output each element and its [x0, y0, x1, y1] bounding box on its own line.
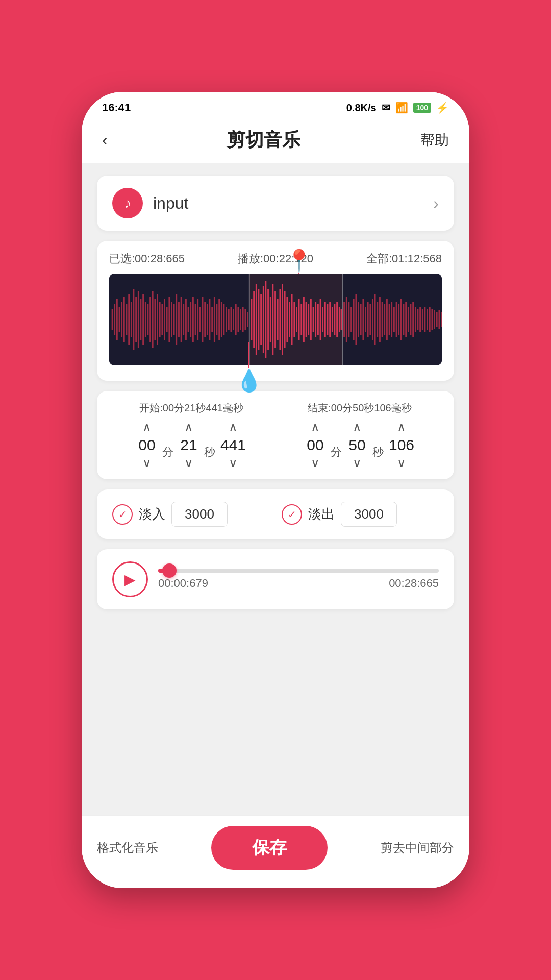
- svg-rect-38: [195, 304, 196, 335]
- svg-rect-93: [327, 304, 329, 335]
- svg-rect-12: [133, 289, 135, 350]
- svg-rect-71: [274, 291, 276, 348]
- waveform-svg: [109, 274, 442, 365]
- end-min-up[interactable]: ∧: [311, 421, 320, 433]
- fade-out-input[interactable]: [341, 502, 397, 527]
- svg-rect-89: [317, 304, 319, 335]
- end-min-down[interactable]: ∨: [311, 457, 320, 469]
- svg-rect-117: [384, 304, 385, 335]
- end-time-section: 结束:00分50秒106毫秒 ∧ 00 ∨ 分 ∧: [281, 401, 439, 469]
- save-button[interactable]: 保存: [211, 826, 328, 870]
- svg-rect-139: [436, 312, 438, 327]
- fade-in-check[interactable]: ✓: [112, 504, 133, 525]
- svg-rect-85: [308, 304, 309, 335]
- svg-rect-6: [119, 307, 120, 332]
- svg-rect-123: [398, 304, 399, 335]
- waveform-background: [109, 274, 442, 365]
- svg-rect-137: [432, 309, 433, 330]
- help-button[interactable]: 帮助: [420, 131, 449, 150]
- format-music-button[interactable]: 格式化音乐: [97, 840, 158, 856]
- svg-rect-69: [270, 297, 271, 342]
- svg-rect-23: [159, 302, 161, 337]
- svg-rect-111: [369, 304, 371, 335]
- svg-rect-99: [341, 309, 342, 330]
- svg-rect-68: [267, 289, 269, 350]
- start-ms-down[interactable]: ∨: [229, 457, 238, 469]
- player-card: ▶ 00:00:679 00:28:665: [97, 549, 454, 609]
- svg-rect-9: [126, 304, 128, 335]
- svg-rect-15: [140, 299, 142, 340]
- svg-rect-72: [277, 299, 279, 340]
- fade-in-input[interactable]: [171, 502, 228, 527]
- end-sec-up[interactable]: ∧: [353, 421, 362, 433]
- pin-bottom[interactable]: 💧: [236, 342, 262, 393]
- svg-rect-84: [306, 302, 307, 337]
- svg-rect-73: [279, 289, 281, 350]
- svg-rect-135: [427, 309, 428, 330]
- fade-out-check[interactable]: ✓: [282, 504, 302, 525]
- svg-rect-126: [405, 302, 407, 337]
- time-controls-card: 开始:00分21秒441毫秒 ∧ 00 ∨ 分 ∧: [97, 391, 454, 479]
- svg-rect-86: [310, 299, 312, 340]
- slider-thumb[interactable]: [162, 564, 177, 578]
- svg-rect-129: [412, 302, 414, 337]
- svg-rect-21: [154, 299, 156, 340]
- fade-out-label: 淡出: [308, 505, 335, 523]
- svg-rect-52: [228, 309, 230, 330]
- end-ms-down[interactable]: ∨: [397, 457, 406, 469]
- svg-rect-128: [410, 304, 412, 335]
- svg-rect-133: [422, 309, 423, 330]
- svg-rect-66: [263, 286, 264, 353]
- svg-rect-3: [112, 309, 113, 330]
- top-nav: ‹ 剪切音乐 帮助: [82, 119, 469, 163]
- svg-rect-54: [233, 309, 234, 330]
- svg-rect-59: [244, 309, 246, 330]
- end-sec-down[interactable]: ∨: [353, 457, 362, 469]
- svg-rect-118: [386, 299, 388, 340]
- charging-icon: ⚡: [436, 102, 449, 114]
- end-min-unit: 分: [331, 430, 342, 460]
- svg-rect-104: [353, 299, 355, 340]
- start-sec-down[interactable]: ∨: [184, 457, 193, 469]
- start-seconds-value: 21: [179, 436, 199, 454]
- svg-rect-112: [372, 299, 373, 340]
- svg-rect-95: [332, 307, 333, 332]
- status-time: 16:41: [102, 101, 131, 114]
- play-button[interactable]: ▶: [112, 561, 148, 597]
- svg-rect-130: [415, 307, 416, 332]
- svg-rect-19: [149, 297, 151, 342]
- input-label: input: [153, 194, 188, 213]
- svg-rect-44: [209, 299, 211, 340]
- svg-rect-5: [116, 299, 118, 340]
- svg-rect-122: [396, 302, 397, 337]
- trim-middle-button[interactable]: 剪去中间部分: [381, 840, 454, 856]
- page-title: 剪切音乐: [227, 128, 300, 153]
- chevron-right-icon: ›: [433, 194, 439, 213]
- start-ms-value: 441: [220, 436, 246, 454]
- end-ms-up[interactable]: ∧: [397, 421, 406, 433]
- svg-rect-75: [284, 291, 286, 348]
- player-slider-track[interactable]: [158, 569, 439, 573]
- input-selector-card[interactable]: ♪ input ›: [97, 176, 454, 231]
- svg-rect-98: [339, 307, 340, 332]
- start-time-label: 开始:00分21秒441毫秒: [112, 401, 270, 415]
- svg-rect-138: [434, 310, 435, 329]
- waveform-container[interactable]: 📍: [109, 274, 442, 365]
- svg-rect-65: [260, 294, 262, 345]
- start-min-up[interactable]: ∧: [142, 421, 152, 433]
- svg-rect-120: [391, 302, 392, 337]
- svg-rect-124: [400, 299, 402, 340]
- start-sec-up[interactable]: ∧: [184, 421, 193, 433]
- start-ms-up[interactable]: ∧: [229, 421, 238, 433]
- svg-rect-96: [334, 304, 336, 335]
- svg-rect-132: [419, 307, 421, 332]
- bottom-bar: 格式化音乐 保存 剪去中间部分: [82, 815, 469, 888]
- back-button[interactable]: ‹: [102, 131, 108, 150]
- svg-rect-61: [251, 299, 253, 340]
- svg-rect-114: [377, 302, 378, 337]
- svg-rect-127: [408, 307, 409, 332]
- fade-card: ✓ 淡入 ✓ 淡出: [97, 489, 454, 539]
- svg-rect-74: [282, 284, 283, 355]
- svg-rect-79: [293, 302, 295, 337]
- start-min-down[interactable]: ∨: [142, 457, 152, 469]
